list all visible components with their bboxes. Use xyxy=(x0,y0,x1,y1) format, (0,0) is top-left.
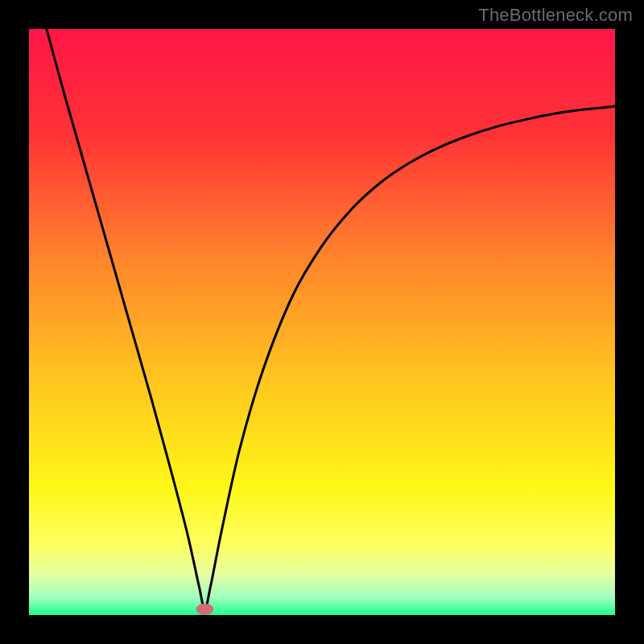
chart-frame xyxy=(0,0,644,644)
chart-plot-area xyxy=(29,29,615,615)
chart-svg xyxy=(29,29,615,615)
chart-background xyxy=(29,29,615,615)
chart-minimum-marker xyxy=(196,604,213,615)
watermark-text: TheBottleneck.com xyxy=(478,5,633,26)
